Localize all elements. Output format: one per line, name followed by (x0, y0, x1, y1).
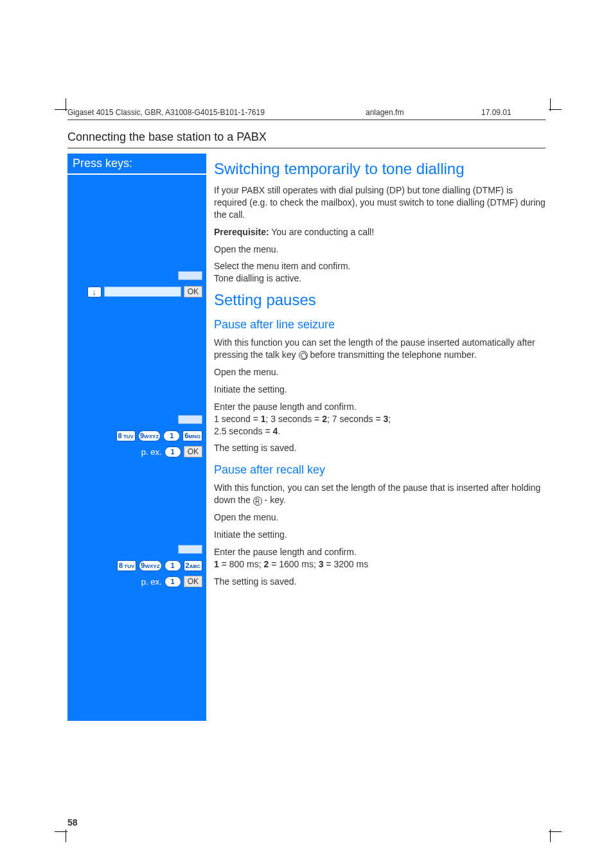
key-1-ex: 1 (164, 576, 181, 587)
ok-button: OK (184, 286, 202, 297)
select-confirm: Select the menu item and confirm. Tone d… (214, 260, 546, 285)
menu-icon (178, 271, 202, 280)
arrow-down-icon: ↓ (87, 287, 102, 297)
example-row-2: p. ex. 1 OK (141, 576, 202, 587)
para-line-seizure: With this function you can set the lengt… (214, 337, 546, 361)
heading-line-seizure: Pause after line seizure (214, 318, 546, 332)
para-recall: With this function, you can set the leng… (214, 482, 546, 506)
initiate-1: Initiate the setting. (214, 384, 546, 396)
key-1: 1 (163, 430, 180, 441)
example-prefix: p. ex. (141, 447, 162, 457)
menu-icon (178, 415, 202, 424)
key-9: 9WXYZ (138, 430, 161, 441)
open-menu-3: Open the menu. (214, 511, 546, 524)
heading-switching: Switching temporarily to tone dialling (214, 160, 546, 178)
doc-file: anlagen.fm (366, 108, 481, 117)
prereq-label: Prerequisite: (214, 227, 269, 237)
saved-1: The setting is saved. (214, 442, 546, 454)
menu-open-1 (178, 271, 202, 280)
example-row-1: p. ex. 1 OK (141, 446, 202, 457)
saved-2: The setting is saved. (214, 576, 546, 588)
recall-icon: R (253, 497, 262, 506)
key-seq-2: 8 TUV 9WXYZ 1 2ABC (117, 560, 202, 571)
header-meta: Gigaset 4015 Classic, GBR, A31008-G4015-… (67, 108, 546, 120)
select-confirm-row: ↓ OK (87, 286, 202, 297)
para-prereq: Prerequisite: You are conducting a call! (214, 226, 546, 238)
doc-id: Gigaset 4015 Classic, GBR, A31008-G4015-… (67, 108, 366, 117)
open-menu-2: Open the menu. (214, 366, 546, 378)
menu-field (104, 287, 181, 297)
menu-icon (178, 545, 202, 554)
key-8: 8 TUV (116, 430, 136, 441)
enter-confirm-2: Enter the pause length and confirm. 1 = … (214, 546, 546, 571)
ok-button: OK (184, 446, 202, 457)
example-prefix: p. ex. (141, 577, 162, 587)
menu-open-2 (178, 415, 202, 424)
ok-button: OK (184, 576, 202, 587)
menu-open-3 (178, 545, 202, 554)
key-2: 2ABC (184, 560, 202, 571)
key-8: 8 TUV (117, 560, 136, 571)
prereq-text: You are conducting a call! (269, 227, 374, 237)
enter-confirm-1: Enter the pause length and confirm. 1 se… (214, 401, 546, 438)
key-1: 1 (164, 560, 181, 571)
open-menu-1: Open the menu. (214, 244, 546, 256)
key-seq-1: 8 TUV 9WXYZ 1 6MNO (116, 430, 202, 441)
key-6: 6MNO (182, 430, 202, 441)
talk-icon (299, 351, 308, 360)
key-1-ex: 1 (164, 447, 181, 457)
page-number: 58 (67, 817, 546, 828)
para-switching: If your PABX still operates with dial pu… (214, 184, 546, 221)
heading-recall: Pause after recall key (214, 463, 546, 477)
key-9: 9WXYZ (139, 560, 161, 571)
section-title: Connecting the base station to a PABX (67, 130, 546, 148)
heading-pauses: Setting pauses (214, 291, 546, 309)
doc-date: 17.09.01 (481, 108, 546, 117)
press-keys-header: Press keys: (67, 154, 206, 173)
initiate-2: Initiate the setting. (214, 529, 546, 541)
